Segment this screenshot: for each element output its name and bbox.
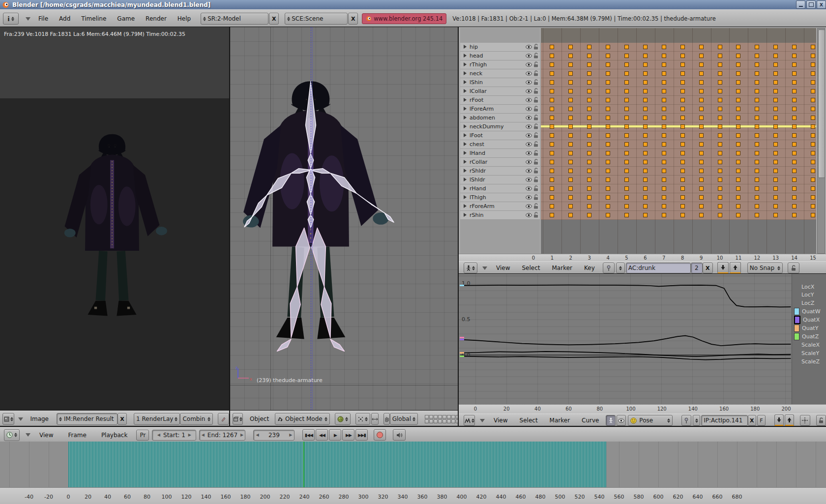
keyframe[interactable] [550, 213, 554, 217]
area-divider[interactable] [0, 426, 826, 427]
keyframe[interactable] [755, 89, 759, 93]
keyframe[interactable] [624, 124, 629, 129]
lock-open-icon[interactable] [533, 177, 538, 182]
keyframe[interactable] [755, 45, 759, 49]
keyframe[interactable] [606, 195, 610, 200]
keyframe[interactable] [718, 142, 722, 147]
keyframe[interactable] [718, 98, 722, 102]
keyframe[interactable] [680, 169, 685, 173]
keyframe[interactable] [699, 169, 704, 173]
keyframe[interactable] [606, 45, 610, 49]
keyframe[interactable] [718, 169, 722, 173]
eye-icon[interactable] [526, 45, 532, 49]
keyframe[interactable] [792, 45, 796, 49]
keyframe[interactable] [773, 186, 778, 191]
action-channel-row[interactable]: hip [460, 43, 540, 52]
keyframe[interactable] [811, 169, 815, 173]
expand-triangle-icon[interactable] [464, 151, 467, 155]
keyframe[interactable] [550, 98, 554, 102]
channel-color-swatch[interactable] [794, 316, 800, 324]
action-channel-row[interactable]: lThigh [460, 193, 540, 202]
eye-icon[interactable] [526, 204, 532, 208]
keyframe[interactable] [568, 89, 573, 93]
collapse-triangle-icon[interactable] [26, 17, 30, 21]
expand-triangle-icon[interactable] [464, 80, 467, 84]
keyframe[interactable] [736, 45, 740, 49]
keyframe[interactable] [680, 133, 685, 138]
ipo-channel-locz[interactable]: LocZ [792, 299, 826, 307]
keyframe[interactable] [736, 213, 740, 217]
keyframe[interactable] [736, 142, 740, 147]
scene-selector[interactable]: SCE:Scene [285, 13, 348, 25]
pin-button[interactable] [681, 415, 691, 426]
ipo-channel-scaley[interactable]: ScaleY [792, 349, 826, 357]
keyframe[interactable] [587, 89, 591, 93]
move-channel-up-button[interactable] [730, 262, 741, 274]
pin-button[interactable] [603, 263, 615, 273]
snap-select[interactable]: No Snap [747, 263, 783, 273]
audio-toggle[interactable] [393, 429, 406, 441]
keyframe[interactable] [736, 160, 740, 164]
keyframe[interactable] [568, 133, 573, 138]
keyframe[interactable] [606, 160, 610, 164]
ipo-channel-quatx[interactable]: QuatX [792, 316, 826, 324]
keyframe[interactable] [680, 62, 685, 67]
lock-open-icon[interactable] [533, 150, 538, 156]
render-pass-select[interactable]: Combin [180, 413, 213, 425]
keyframe[interactable] [680, 124, 685, 129]
keyframe[interactable] [736, 80, 740, 85]
lock-open-icon[interactable] [533, 88, 538, 94]
lock-open-icon[interactable] [533, 70, 538, 76]
layer-button[interactable] [447, 419, 451, 423]
keyframe[interactable] [811, 71, 815, 76]
keyframe[interactable] [811, 54, 815, 58]
layer-button[interactable] [434, 419, 438, 423]
keyframe[interactable] [773, 160, 778, 164]
keyframe[interactable] [606, 107, 610, 111]
keyframe[interactable] [792, 133, 796, 138]
end-frame-field[interactable]: ◀End: 1267▶ [199, 430, 245, 441]
keyframe[interactable] [662, 169, 666, 173]
keyframe[interactable] [643, 213, 648, 217]
action-channel-row[interactable]: rForeArm [460, 202, 540, 211]
keyframe[interactable] [568, 142, 573, 147]
expand-triangle-icon[interactable] [464, 133, 467, 137]
menu-key[interactable]: Key [582, 265, 597, 271]
keyframe[interactable] [606, 151, 610, 155]
ipo-channel-locy[interactable]: LocY [792, 291, 826, 299]
version-badge[interactable]: www.blender.org 245.14 [362, 13, 446, 24]
expand-triangle-icon[interactable] [464, 107, 467, 111]
eye-icon[interactable] [526, 186, 532, 191]
pan-view-button[interactable] [800, 415, 810, 426]
keyframe[interactable] [643, 195, 648, 200]
keyframe[interactable] [699, 142, 704, 147]
menu-view[interactable]: View [492, 417, 509, 424]
keyframe[interactable] [550, 80, 554, 85]
keyframe[interactable] [624, 54, 629, 58]
keyframe[interactable] [736, 116, 740, 120]
keyframe[interactable] [718, 71, 722, 76]
keyframe[interactable] [568, 186, 573, 191]
copy-down-button[interactable] [774, 415, 784, 426]
menu-marker[interactable]: Marker [550, 265, 574, 271]
keyframe[interactable] [568, 98, 573, 102]
keyframe[interactable] [606, 80, 610, 85]
keyframe[interactable] [662, 133, 666, 138]
keyframe[interactable] [550, 195, 554, 200]
lock-open-icon[interactable] [533, 141, 538, 147]
keyframe[interactable] [680, 116, 685, 120]
eye-icon[interactable] [526, 160, 532, 164]
close-button[interactable]: X [817, 0, 826, 9]
keyframe[interactable] [550, 204, 554, 208]
keyframe[interactable] [643, 107, 648, 111]
keyframe[interactable] [568, 160, 573, 164]
keyframe[interactable] [811, 107, 815, 111]
keyframe[interactable] [699, 45, 704, 49]
eye-icon[interactable] [526, 107, 532, 111]
keyframe[interactable] [811, 98, 815, 102]
keyframe[interactable] [606, 124, 610, 129]
keyframe[interactable] [643, 62, 648, 67]
keyframe[interactable] [662, 45, 666, 49]
ipo-channel-quatz[interactable]: QuatZ [792, 332, 826, 340]
eye-icon[interactable] [526, 213, 532, 217]
